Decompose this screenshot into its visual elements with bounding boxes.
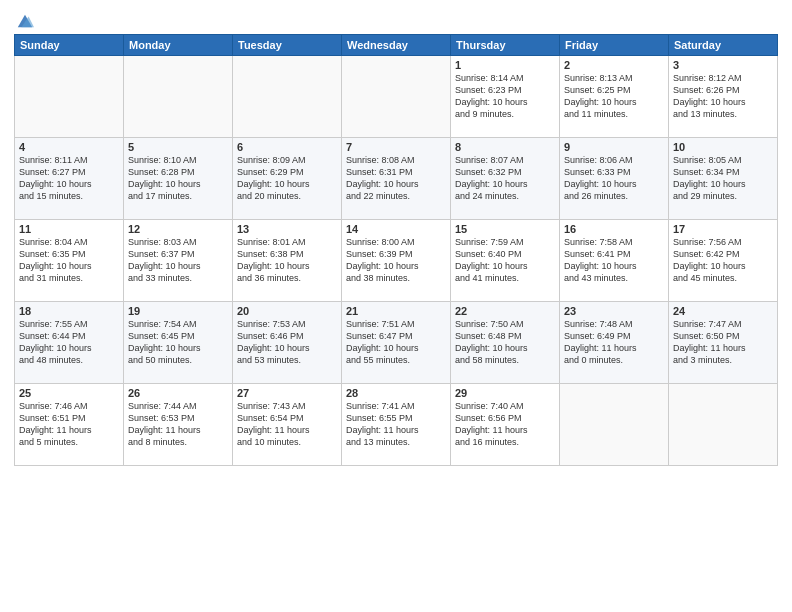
day-info: Sunrise: 8:11 AM Sunset: 6:27 PM Dayligh… — [19, 154, 119, 203]
day-number: 12 — [128, 223, 228, 235]
calendar-cell: 28Sunrise: 7:41 AM Sunset: 6:55 PM Dayli… — [342, 384, 451, 466]
calendar-cell: 16Sunrise: 7:58 AM Sunset: 6:41 PM Dayli… — [560, 220, 669, 302]
day-info: Sunrise: 7:47 AM Sunset: 6:50 PM Dayligh… — [673, 318, 773, 367]
day-number: 16 — [564, 223, 664, 235]
calendar-cell — [124, 56, 233, 138]
day-info: Sunrise: 7:44 AM Sunset: 6:53 PM Dayligh… — [128, 400, 228, 449]
day-info: Sunrise: 7:48 AM Sunset: 6:49 PM Dayligh… — [564, 318, 664, 367]
calendar-cell: 18Sunrise: 7:55 AM Sunset: 6:44 PM Dayli… — [15, 302, 124, 384]
calendar-table: SundayMondayTuesdayWednesdayThursdayFrid… — [14, 34, 778, 466]
day-info: Sunrise: 8:01 AM Sunset: 6:38 PM Dayligh… — [237, 236, 337, 285]
col-header-wednesday: Wednesday — [342, 35, 451, 56]
day-info: Sunrise: 8:14 AM Sunset: 6:23 PM Dayligh… — [455, 72, 555, 121]
day-info: Sunrise: 7:55 AM Sunset: 6:44 PM Dayligh… — [19, 318, 119, 367]
day-number: 4 — [19, 141, 119, 153]
day-info: Sunrise: 8:06 AM Sunset: 6:33 PM Dayligh… — [564, 154, 664, 203]
day-info: Sunrise: 8:05 AM Sunset: 6:34 PM Dayligh… — [673, 154, 773, 203]
day-number: 14 — [346, 223, 446, 235]
calendar-cell: 19Sunrise: 7:54 AM Sunset: 6:45 PM Dayli… — [124, 302, 233, 384]
calendar-cell: 13Sunrise: 8:01 AM Sunset: 6:38 PM Dayli… — [233, 220, 342, 302]
calendar-cell: 3Sunrise: 8:12 AM Sunset: 6:26 PM Daylig… — [669, 56, 778, 138]
day-number: 13 — [237, 223, 337, 235]
col-header-monday: Monday — [124, 35, 233, 56]
day-number: 29 — [455, 387, 555, 399]
calendar-cell: 6Sunrise: 8:09 AM Sunset: 6:29 PM Daylig… — [233, 138, 342, 220]
day-number: 5 — [128, 141, 228, 153]
day-info: Sunrise: 7:41 AM Sunset: 6:55 PM Dayligh… — [346, 400, 446, 449]
day-info: Sunrise: 7:40 AM Sunset: 6:56 PM Dayligh… — [455, 400, 555, 449]
calendar-cell: 17Sunrise: 7:56 AM Sunset: 6:42 PM Dayli… — [669, 220, 778, 302]
calendar-cell: 15Sunrise: 7:59 AM Sunset: 6:40 PM Dayli… — [451, 220, 560, 302]
calendar-cell: 8Sunrise: 8:07 AM Sunset: 6:32 PM Daylig… — [451, 138, 560, 220]
day-info: Sunrise: 8:13 AM Sunset: 6:25 PM Dayligh… — [564, 72, 664, 121]
day-info: Sunrise: 8:12 AM Sunset: 6:26 PM Dayligh… — [673, 72, 773, 121]
day-number: 18 — [19, 305, 119, 317]
day-number: 28 — [346, 387, 446, 399]
day-number: 21 — [346, 305, 446, 317]
col-header-tuesday: Tuesday — [233, 35, 342, 56]
day-info: Sunrise: 7:51 AM Sunset: 6:47 PM Dayligh… — [346, 318, 446, 367]
calendar-cell — [233, 56, 342, 138]
col-header-saturday: Saturday — [669, 35, 778, 56]
calendar-cell: 24Sunrise: 7:47 AM Sunset: 6:50 PM Dayli… — [669, 302, 778, 384]
day-number: 22 — [455, 305, 555, 317]
calendar-cell: 27Sunrise: 7:43 AM Sunset: 6:54 PM Dayli… — [233, 384, 342, 466]
logo — [14, 10, 34, 30]
day-info: Sunrise: 8:07 AM Sunset: 6:32 PM Dayligh… — [455, 154, 555, 203]
calendar-cell: 4Sunrise: 8:11 AM Sunset: 6:27 PM Daylig… — [15, 138, 124, 220]
calendar-cell: 26Sunrise: 7:44 AM Sunset: 6:53 PM Dayli… — [124, 384, 233, 466]
calendar-cell: 21Sunrise: 7:51 AM Sunset: 6:47 PM Dayli… — [342, 302, 451, 384]
calendar-cell — [15, 56, 124, 138]
day-info: Sunrise: 7:59 AM Sunset: 6:40 PM Dayligh… — [455, 236, 555, 285]
calendar-cell: 1Sunrise: 8:14 AM Sunset: 6:23 PM Daylig… — [451, 56, 560, 138]
day-info: Sunrise: 8:08 AM Sunset: 6:31 PM Dayligh… — [346, 154, 446, 203]
day-info: Sunrise: 8:04 AM Sunset: 6:35 PM Dayligh… — [19, 236, 119, 285]
day-number: 19 — [128, 305, 228, 317]
day-number: 17 — [673, 223, 773, 235]
calendar-cell — [669, 384, 778, 466]
day-number: 1 — [455, 59, 555, 71]
day-number: 26 — [128, 387, 228, 399]
day-info: Sunrise: 8:00 AM Sunset: 6:39 PM Dayligh… — [346, 236, 446, 285]
calendar-cell: 5Sunrise: 8:10 AM Sunset: 6:28 PM Daylig… — [124, 138, 233, 220]
day-number: 9 — [564, 141, 664, 153]
day-number: 2 — [564, 59, 664, 71]
calendar-cell: 11Sunrise: 8:04 AM Sunset: 6:35 PM Dayli… — [15, 220, 124, 302]
day-info: Sunrise: 7:56 AM Sunset: 6:42 PM Dayligh… — [673, 236, 773, 285]
day-number: 15 — [455, 223, 555, 235]
day-number: 8 — [455, 141, 555, 153]
calendar-cell: 23Sunrise: 7:48 AM Sunset: 6:49 PM Dayli… — [560, 302, 669, 384]
day-info: Sunrise: 8:10 AM Sunset: 6:28 PM Dayligh… — [128, 154, 228, 203]
day-info: Sunrise: 7:58 AM Sunset: 6:41 PM Dayligh… — [564, 236, 664, 285]
calendar-cell: 2Sunrise: 8:13 AM Sunset: 6:25 PM Daylig… — [560, 56, 669, 138]
calendar-cell: 7Sunrise: 8:08 AM Sunset: 6:31 PM Daylig… — [342, 138, 451, 220]
calendar-cell: 25Sunrise: 7:46 AM Sunset: 6:51 PM Dayli… — [15, 384, 124, 466]
col-header-thursday: Thursday — [451, 35, 560, 56]
calendar-cell: 29Sunrise: 7:40 AM Sunset: 6:56 PM Dayli… — [451, 384, 560, 466]
day-number: 6 — [237, 141, 337, 153]
day-info: Sunrise: 7:46 AM Sunset: 6:51 PM Dayligh… — [19, 400, 119, 449]
day-info: Sunrise: 8:09 AM Sunset: 6:29 PM Dayligh… — [237, 154, 337, 203]
day-info: Sunrise: 8:03 AM Sunset: 6:37 PM Dayligh… — [128, 236, 228, 285]
calendar-cell: 22Sunrise: 7:50 AM Sunset: 6:48 PM Dayli… — [451, 302, 560, 384]
calendar-cell: 14Sunrise: 8:00 AM Sunset: 6:39 PM Dayli… — [342, 220, 451, 302]
day-info: Sunrise: 7:50 AM Sunset: 6:48 PM Dayligh… — [455, 318, 555, 367]
day-number: 23 — [564, 305, 664, 317]
calendar-cell: 20Sunrise: 7:53 AM Sunset: 6:46 PM Dayli… — [233, 302, 342, 384]
day-number: 3 — [673, 59, 773, 71]
calendar-cell: 12Sunrise: 8:03 AM Sunset: 6:37 PM Dayli… — [124, 220, 233, 302]
day-number: 11 — [19, 223, 119, 235]
calendar-cell: 9Sunrise: 8:06 AM Sunset: 6:33 PM Daylig… — [560, 138, 669, 220]
day-number: 25 — [19, 387, 119, 399]
day-number: 20 — [237, 305, 337, 317]
day-number: 27 — [237, 387, 337, 399]
calendar-cell — [342, 56, 451, 138]
col-header-friday: Friday — [560, 35, 669, 56]
day-number: 7 — [346, 141, 446, 153]
col-header-sunday: Sunday — [15, 35, 124, 56]
calendar-cell: 10Sunrise: 8:05 AM Sunset: 6:34 PM Dayli… — [669, 138, 778, 220]
calendar-cell — [560, 384, 669, 466]
logo-icon — [16, 12, 34, 30]
day-number: 10 — [673, 141, 773, 153]
day-number: 24 — [673, 305, 773, 317]
